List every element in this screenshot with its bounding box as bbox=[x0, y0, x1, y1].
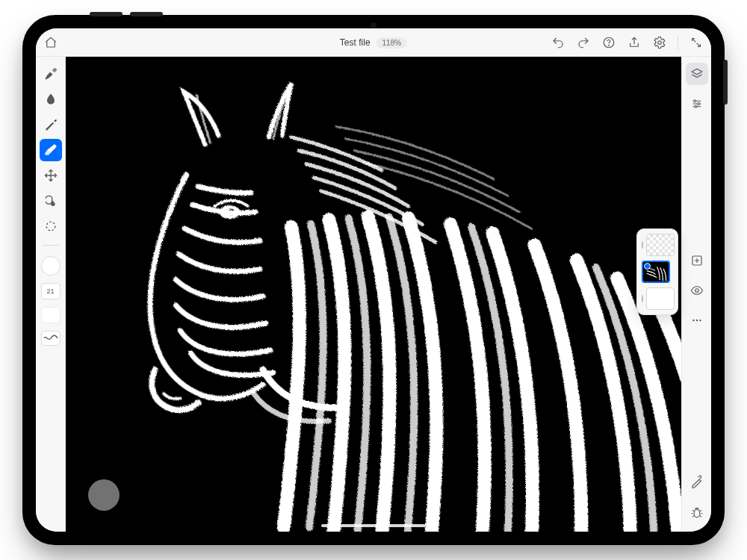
share-icon[interactable] bbox=[627, 35, 642, 50]
settings-icon[interactable] bbox=[652, 35, 667, 50]
edit-icon[interactable] bbox=[686, 470, 708, 493]
layer-thumbnail-1[interactable] bbox=[646, 287, 675, 310]
svg-point-9 bbox=[692, 320, 694, 321]
svg-point-12 bbox=[694, 510, 700, 518]
top-bar: Test file 118% bbox=[36, 28, 711, 57]
layer-visibility-off-icon[interactable] bbox=[642, 241, 643, 249]
front-camera bbox=[371, 22, 376, 28]
app-screen: Test file 118% bbox=[36, 28, 711, 532]
layers-panel[interactable] bbox=[636, 228, 678, 315]
transform-tool[interactable] bbox=[40, 164, 62, 187]
more-options-icon[interactable] bbox=[686, 309, 708, 332]
vector-brush-tool[interactable] bbox=[40, 113, 62, 136]
svg-point-8 bbox=[695, 289, 698, 293]
redo-icon[interactable] bbox=[576, 35, 591, 50]
visibility-icon[interactable] bbox=[686, 279, 708, 302]
svg-point-11 bbox=[699, 320, 701, 321]
brush-stroke-preview[interactable] bbox=[41, 331, 61, 346]
ipad-frame: Test file 118% bbox=[22, 15, 725, 545]
svg-point-4 bbox=[693, 100, 695, 102]
canvas[interactable] bbox=[66, 57, 681, 532]
eraser-tool[interactable] bbox=[40, 139, 62, 161]
brush-size-value[interactable]: 21 bbox=[41, 283, 61, 299]
help-icon[interactable] bbox=[601, 35, 616, 50]
layer-properties-icon[interactable] bbox=[686, 93, 708, 115]
add-layer-icon[interactable] bbox=[686, 249, 708, 272]
document-title[interactable]: Test file bbox=[340, 37, 371, 48]
volume-down-button bbox=[130, 12, 163, 16]
svg-point-2 bbox=[658, 40, 662, 44]
divider bbox=[678, 35, 678, 50]
layer-thumbnail-2[interactable] bbox=[642, 261, 670, 283]
layer-thumbnail-3[interactable] bbox=[646, 234, 675, 256]
undo-icon[interactable] bbox=[551, 35, 565, 50]
svg-point-3 bbox=[46, 222, 55, 231]
debug-icon[interactable] bbox=[686, 502, 708, 524]
fill-tool[interactable] bbox=[40, 190, 62, 212]
divider bbox=[43, 245, 59, 246]
svg-point-10 bbox=[695, 320, 697, 321]
canvas-area[interactable] bbox=[66, 57, 681, 532]
layer-info-icon[interactable] bbox=[642, 295, 643, 302]
fullscreen-icon[interactable] bbox=[689, 35, 704, 50]
svg-point-5 bbox=[697, 103, 699, 105]
left-toolbar: 21 bbox=[36, 57, 66, 532]
zoom-indicator[interactable]: 118% bbox=[376, 37, 408, 49]
layer-row-3[interactable] bbox=[642, 234, 673, 256]
right-toolbar bbox=[681, 57, 711, 532]
brush-preview-swatch[interactable] bbox=[41, 307, 61, 323]
active-layer-badge bbox=[644, 263, 651, 270]
layers-icon[interactable] bbox=[686, 63, 708, 85]
document-title-area: Test file 118% bbox=[340, 28, 407, 57]
layer-row-1[interactable] bbox=[642, 287, 673, 310]
watercolor-brush-tool[interactable] bbox=[40, 88, 62, 111]
power-button bbox=[723, 60, 728, 105]
touch-shortcut-indicator[interactable] bbox=[88, 479, 120, 511]
selection-tool[interactable] bbox=[40, 215, 62, 237]
pixel-brush-tool[interactable] bbox=[40, 63, 62, 85]
home-icon[interactable] bbox=[43, 35, 58, 50]
volume-up-button bbox=[90, 12, 123, 16]
svg-point-6 bbox=[695, 105, 697, 108]
home-indicator bbox=[321, 524, 426, 527]
layer-row-2[interactable] bbox=[642, 261, 673, 283]
svg-point-1 bbox=[609, 45, 610, 46]
color-swatch[interactable] bbox=[41, 256, 61, 276]
